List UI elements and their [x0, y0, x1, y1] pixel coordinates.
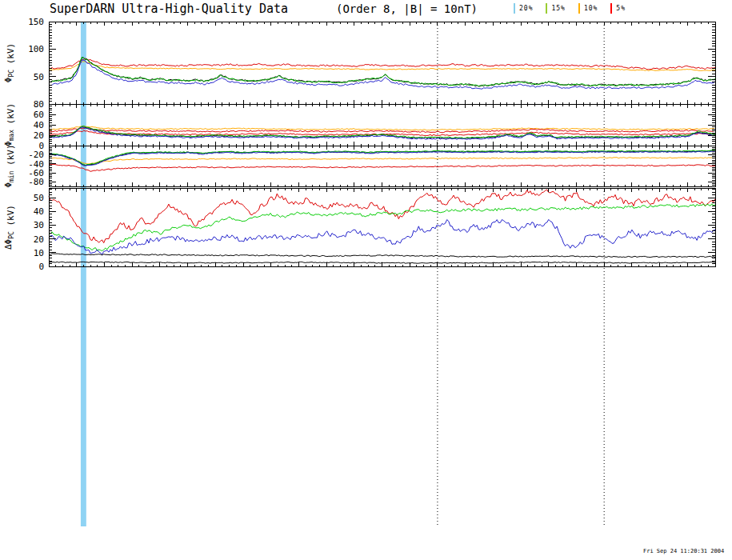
- dphi-pc-ticks: [49, 188, 715, 266]
- highlight-band: [81, 22, 86, 526]
- phi-pc-orange: [49, 62, 715, 71]
- dphi-pc-ytick-label: 20: [34, 234, 44, 245]
- phi-pc-axis-label: ΦPC (kV): [3, 43, 16, 82]
- phi-max-axis-label: Φmax (kV): [3, 103, 16, 146]
- generation-timestamp: Fri Sep 24 11:20:31 2004: [643, 548, 724, 554]
- dphi-pc-ytick-label: 10: [34, 248, 44, 258]
- phi-min-ytick-label: -20: [28, 150, 44, 160]
- dphi-pc-frame: [49, 188, 715, 266]
- plot-canvas: 50100150ΦPC (kV)020406080Φmax (kV)-80-60…: [0, 0, 732, 560]
- phi-min-ytick-label: -60: [28, 168, 44, 178]
- panel-phi-pc: 50100150ΦPC (kV): [3, 17, 715, 104]
- phi-min-orange: [49, 158, 715, 164]
- phi-max-frame: [49, 104, 715, 146]
- dphi-pc-ytick-label: 50: [34, 193, 44, 203]
- dphi-pc-ytick-label: 40: [34, 206, 44, 217]
- phi-max-ytick-label: 20: [34, 130, 44, 141]
- panel-phi-min: -80-60-40-20Φmin (kV): [3, 144, 715, 187]
- phi-max-ytick-label: 40: [34, 120, 44, 130]
- phi-min-black: [49, 151, 715, 166]
- phi-max-red1: [49, 128, 715, 133]
- panel-dphi-pc: 01020304050ΔΦPC (kV): [3, 188, 715, 272]
- dphi-pc-axis-label: ΔΦPC (kV): [3, 205, 16, 250]
- dphi-pc-blue: [49, 219, 715, 254]
- phi-min-red: [49, 164, 715, 171]
- phi-min-ytick-label: -40: [28, 159, 44, 170]
- phi-min-blue: [49, 151, 715, 166]
- dphi-pc-ytick-label: 30: [34, 220, 44, 230]
- panel-phi-max: 020406080Φmax (kV): [3, 99, 715, 151]
- phi-pc-ytick-label: 50: [34, 72, 44, 82]
- dphi-pc-red: [49, 190, 715, 243]
- dphi-pc-ytick-label: 0: [38, 262, 44, 272]
- phi-min-ytick-label: -80: [28, 177, 44, 187]
- phi-pc-frame: [49, 22, 715, 104]
- phi-max-ticks: [49, 104, 715, 146]
- phi-pc-ticks: [49, 22, 715, 104]
- phi-pc-ytick-label: 150: [28, 17, 44, 27]
- phi-pc-red: [49, 58, 715, 70]
- dphi-pc-black1: [49, 254, 715, 258]
- phi-min-axis-label: Φmin (kV): [3, 144, 16, 187]
- phi-max-orange: [49, 126, 715, 130]
- phi-max-green: [49, 126, 715, 138]
- phi-pc-ytick-label: 100: [28, 44, 44, 54]
- phi-max-ytick-label: 80: [34, 99, 44, 110]
- superdarn-plot-page: SuperDARN Ultra-High-Quality Data (Order…: [0, 0, 732, 560]
- phi-pc-blue: [49, 60, 715, 89]
- phi-max-ytick-label: 60: [34, 110, 44, 120]
